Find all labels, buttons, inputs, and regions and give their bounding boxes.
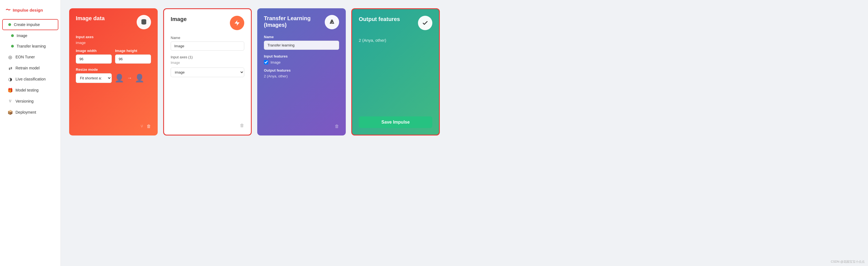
image-height-input[interactable] <box>115 55 151 64</box>
resize-section: Resize mode Fit shortest a: Squash Crop … <box>76 67 151 83</box>
image-delete-icon[interactable]: 🗑 <box>240 123 244 128</box>
sidebar-label-live-classification: Live classification <box>16 77 45 81</box>
resize-mode-label: Resize mode <box>76 67 151 72</box>
transfer-name-input[interactable] <box>264 41 339 50</box>
active-dot <box>8 23 11 26</box>
axes-dropdown[interactable]: image <box>170 67 244 77</box>
image-processing-header: Image <box>170 16 244 30</box>
output-features-card: Output features 2 (Anya, other) Save Imp… <box>351 8 440 135</box>
avatar-after-icon: 👤 <box>135 73 145 83</box>
sidebar-label-create-impulse: Create impulse <box>14 23 40 27</box>
deployment-icon: 📦 <box>8 110 13 115</box>
fork-icon[interactable]: ⑂ <box>141 124 143 129</box>
height-col: Image height <box>115 49 151 64</box>
watermark: CSDN @花园宝宝小点点 <box>831 260 865 264</box>
sidebar-item-transfer-learning[interactable]: Transfer learning <box>2 41 58 51</box>
input-axes-processing-label: Input axes (1) <box>170 55 244 59</box>
input-features-label: Input features <box>264 54 339 58</box>
image-dot <box>11 34 14 37</box>
image-width-input[interactable] <box>76 55 112 64</box>
svg-point-3 <box>332 23 333 23</box>
input-axes-processing-section: Input axes (1) Image image <box>170 55 244 77</box>
checkmark-icon <box>422 20 429 26</box>
transfer-learning-card: Transfer Learning (Images) Name Input fe… <box>257 8 346 135</box>
sidebar-item-eon-tuner[interactable]: ◎ EON Tuner <box>2 52 58 62</box>
image-processing-title: Image <box>170 16 187 23</box>
transfer-learning-header: Transfer Learning (Images) <box>264 15 339 29</box>
input-axes-label: Input axes <box>76 35 151 39</box>
image-checkbox-row: Image <box>264 60 339 64</box>
delete-icon[interactable]: 🗑 <box>147 124 151 129</box>
image-name-input[interactable] <box>170 41 244 51</box>
image-checkbox[interactable] <box>264 60 268 64</box>
input-axes-value: image <box>76 41 151 45</box>
sidebar-item-model-testing[interactable]: 🎁 Model testing <box>2 85 58 95</box>
image-data-title: Image data <box>76 15 104 22</box>
brand-label: Impulse design <box>13 8 43 12</box>
output-count: 2 (Anya, other) <box>359 38 432 42</box>
sidebar: 〜 Impulse design Create impulse Image Tr… <box>0 0 61 266</box>
versioning-icon: ⑂ <box>8 99 13 104</box>
axes-subtext: Image <box>170 61 244 65</box>
sidebar-item-deployment[interactable]: 📦 Deployment <box>2 107 58 118</box>
svg-marker-1 <box>235 20 240 26</box>
resize-mode-select[interactable]: Fit shortest a: Squash Crop Fit longest … <box>76 73 112 83</box>
transfer-name-section: Name <box>264 35 339 54</box>
output-check-icon <box>418 16 432 30</box>
transfer-footer: 🗑 <box>264 121 339 129</box>
width-col: Image width <box>76 49 112 64</box>
flask-icon <box>329 19 335 26</box>
sidebar-item-image[interactable]: Image <box>2 31 58 41</box>
sidebar-label-image: Image <box>17 33 27 38</box>
sidebar-label-model-testing: Model testing <box>16 88 38 92</box>
sidebar-item-create-impulse[interactable]: Create impulse <box>2 19 58 30</box>
image-data-card: Image data Input axes image Image width … <box>69 8 158 135</box>
name-section: Name <box>170 36 244 55</box>
output-features-value: 2 (Anya, other) <box>264 74 339 78</box>
sidebar-label-retrain-model: Retrain model <box>16 66 39 70</box>
sidebar-label-deployment: Deployment <box>16 110 36 114</box>
image-checkbox-label: Image <box>271 60 280 64</box>
output-features-section: Output features 2 (Anya, other) <box>264 64 339 78</box>
sidebar-item-retrain-model[interactable]: ⇄ Retrain model <box>2 63 58 73</box>
transfer-dot <box>11 45 14 47</box>
name-label: Name <box>170 36 244 40</box>
image-processing-card: Image Name Input axes (1) Image image 🗑 <box>163 8 252 135</box>
transfer-learning-title: Transfer Learning (Images) <box>264 15 325 28</box>
database-icon <box>140 19 148 26</box>
image-data-header: Image data <box>76 15 151 29</box>
eon-icon: ◎ <box>8 55 13 60</box>
resize-row: Fit shortest a: Squash Crop Fit longest … <box>76 73 151 83</box>
retrain-icon: ⇄ <box>8 66 13 70</box>
image-processing-icon <box>230 16 244 30</box>
svg-point-2 <box>331 23 332 24</box>
transfer-name-label: Name <box>264 35 339 39</box>
image-width-label: Image width <box>76 49 112 53</box>
image-data-icon <box>137 15 151 29</box>
arrow-right-icon: → <box>127 75 132 81</box>
main-content: Image data Input axes image Image width … <box>61 0 868 266</box>
sidebar-label-transfer-learning: Transfer learning <box>17 44 45 48</box>
sidebar-label-eon-tuner: EON Tuner <box>16 55 35 59</box>
output-features-label: Output features <box>264 68 339 72</box>
transfer-learning-icon <box>325 15 339 29</box>
image-data-footer: ⑂ 🗑 <box>76 121 151 129</box>
output-features-title: Output features <box>359 16 400 23</box>
dimensions-row: Image width Image height <box>76 49 151 64</box>
sidebar-item-versioning[interactable]: ⑂ Versioning <box>2 96 58 106</box>
input-axes-section: Input axes image <box>76 35 151 49</box>
image-processing-footer: 🗑 <box>170 120 244 128</box>
save-impulse-button[interactable]: Save Impulse <box>359 117 432 128</box>
brand-icon: 〜 <box>5 7 10 13</box>
transfer-delete-icon[interactable]: 🗑 <box>335 124 339 129</box>
sidebar-item-live-classification[interactable]: ◑ Live classification <box>2 74 58 84</box>
output-features-header: Output features <box>359 16 432 30</box>
model-icon: 🎁 <box>8 88 13 93</box>
sidebar-label-versioning: Versioning <box>16 99 33 103</box>
avatar-before-icon: 👤 <box>115 73 124 83</box>
input-features-section: Input features Image <box>264 54 339 64</box>
lightning-icon <box>234 20 240 26</box>
image-height-label: Image height <box>115 49 151 53</box>
live-icon: ◑ <box>8 76 13 81</box>
brand: 〜 Impulse design <box>0 4 61 19</box>
